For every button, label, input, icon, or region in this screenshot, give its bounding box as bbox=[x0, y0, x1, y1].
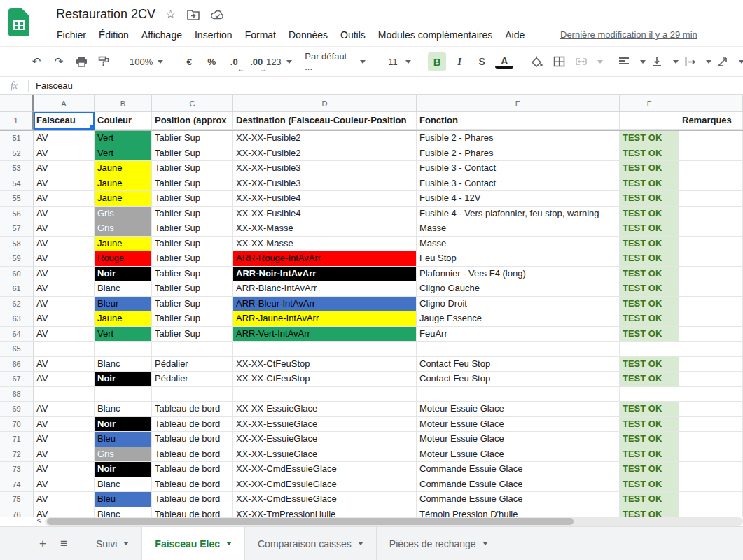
merge-cells-icon[interactable] bbox=[572, 52, 590, 71]
cell[interactable]: AV bbox=[34, 161, 95, 176]
cell[interactable]: Tablier Sup bbox=[152, 221, 233, 237]
redo-icon[interactable]: ↷ bbox=[50, 52, 68, 71]
cell[interactable]: XX-XX-Masse bbox=[233, 237, 417, 252]
cell[interactable]: Tablier Sup bbox=[152, 312, 233, 327]
cell[interactable]: Fusible 4 - Vers plafonnier, feu stop, w… bbox=[417, 206, 620, 222]
cell[interactable]: Vert bbox=[95, 327, 152, 342]
cell[interactable]: Contact Feu Stop bbox=[417, 357, 620, 372]
menu-format[interactable]: Format bbox=[239, 28, 282, 42]
header-cell[interactable]: Remarques bbox=[679, 112, 743, 130]
cell[interactable]: ARR-Bleur-IntAvArr bbox=[233, 297, 417, 312]
cell[interactable]: ARR-Noir-IntAvArr bbox=[233, 267, 417, 282]
star-icon[interactable]: ☆ bbox=[165, 7, 176, 22]
cell[interactable] bbox=[95, 342, 152, 357]
cell[interactable] bbox=[679, 131, 743, 146]
cell[interactable]: Noir bbox=[95, 372, 152, 387]
cell[interactable] bbox=[679, 477, 743, 493]
cell[interactable]: Tablier Sup bbox=[152, 146, 233, 162]
cell[interactable]: TEST OK bbox=[620, 507, 679, 517]
cell[interactable]: AV bbox=[34, 191, 95, 206]
cell[interactable]: XX-XX-Masse bbox=[233, 221, 417, 237]
cell[interactable]: Moteur Essuie Glace bbox=[417, 447, 620, 463]
cell[interactable]: Fusible 2 - Phares bbox=[417, 146, 620, 162]
add-sheet-button[interactable]: + bbox=[32, 527, 53, 560]
cell[interactable]: Tablier Sup bbox=[152, 267, 233, 282]
cell[interactable] bbox=[152, 342, 233, 357]
cell[interactable]: Feu Stop bbox=[417, 251, 620, 267]
chevron-down-icon[interactable] bbox=[706, 60, 711, 64]
cell[interactable]: Jauge Essence bbox=[417, 312, 620, 327]
cell[interactable] bbox=[679, 492, 743, 507]
cell[interactable]: Tablier Sup bbox=[152, 131, 233, 146]
cell[interactable] bbox=[679, 206, 743, 222]
cell[interactable]: Fusible 3 - Contact bbox=[417, 176, 620, 192]
cell[interactable]: XX-XX-Fusible4 bbox=[233, 206, 417, 222]
cell[interactable] bbox=[679, 507, 743, 517]
cell[interactable]: TEST OK bbox=[620, 477, 679, 493]
cell[interactable]: Témoin Pression D'huile bbox=[417, 507, 620, 517]
chevron-down-icon[interactable] bbox=[358, 542, 363, 545]
cell[interactable]: AV bbox=[34, 432, 95, 447]
row-header[interactable]: 65 bbox=[0, 342, 34, 357]
cell[interactable]: AV bbox=[34, 462, 95, 477]
header-cell[interactable] bbox=[620, 112, 679, 130]
cell[interactable]: ARR-Vert-IntAvArr bbox=[233, 327, 417, 342]
menu-données[interactable]: Données bbox=[282, 28, 334, 42]
cell[interactable]: Plafonnier - Vers F4 (long) bbox=[417, 267, 620, 282]
move-to-folder-icon[interactable] bbox=[187, 9, 200, 20]
cell[interactable]: Commande Essuie Glace bbox=[417, 477, 620, 493]
cell[interactable]: Tableau de bord bbox=[152, 462, 233, 477]
row-header[interactable]: 57 bbox=[0, 221, 34, 237]
cell[interactable]: Blanc bbox=[95, 281, 152, 297]
fill-color-icon[interactable] bbox=[527, 52, 546, 71]
cell[interactable]: Cligno Droit bbox=[417, 297, 620, 312]
cell[interactable]: XX-XX-EssuieGlace bbox=[233, 417, 417, 433]
row-header[interactable]: 68 bbox=[0, 387, 34, 402]
cell[interactable]: Vert bbox=[95, 131, 152, 146]
cell[interactable]: XX-XX-EssuieGlace bbox=[233, 432, 417, 447]
cell[interactable]: AV bbox=[34, 327, 95, 342]
menu-édition[interactable]: Édition bbox=[92, 28, 135, 42]
cell[interactable]: TEST OK bbox=[620, 312, 679, 327]
cell[interactable]: Jaune bbox=[95, 161, 152, 176]
cell[interactable]: TEST OK bbox=[620, 161, 679, 176]
cell[interactable]: Tableau de bord bbox=[152, 507, 233, 517]
cell[interactable]: Tablier Sup bbox=[152, 237, 233, 252]
cell[interactable]: Tablier Sup bbox=[152, 161, 233, 176]
cell[interactable] bbox=[679, 251, 743, 267]
cell[interactable]: AV bbox=[34, 417, 95, 433]
cell[interactable]: AV bbox=[34, 402, 95, 417]
cell[interactable]: Fusible 2 - Phares bbox=[417, 131, 620, 146]
cell[interactable]: AV bbox=[34, 447, 95, 463]
column-header-D[interactable]: D bbox=[233, 95, 417, 112]
cell[interactable]: Jaune bbox=[95, 312, 152, 327]
cell[interactable]: TEST OK bbox=[620, 327, 679, 342]
cell[interactable]: TEST OK bbox=[620, 297, 679, 312]
cell[interactable] bbox=[679, 237, 743, 252]
row-header[interactable]: 52 bbox=[0, 146, 34, 162]
cell[interactable]: Moteur Essuie Glace bbox=[417, 432, 620, 447]
row-header[interactable]: 53 bbox=[0, 161, 34, 176]
cell[interactable] bbox=[34, 387, 95, 402]
cell[interactable] bbox=[679, 447, 743, 463]
cell[interactable]: AV bbox=[34, 281, 95, 297]
column-header-F[interactable]: F bbox=[620, 95, 679, 112]
cell[interactable]: TEST OK bbox=[620, 462, 679, 477]
cell[interactable]: Pédalier bbox=[152, 357, 233, 372]
cell[interactable]: Tableau de bord bbox=[152, 417, 233, 433]
selected-cell-A1[interactable]: Faisceau bbox=[34, 112, 95, 130]
cell[interactable]: Commande Essuie Glace bbox=[417, 462, 620, 477]
menu-outils[interactable]: Outils bbox=[334, 28, 372, 42]
vertical-align-icon[interactable] bbox=[648, 52, 666, 71]
print-icon[interactable] bbox=[72, 52, 90, 71]
strikethrough-button[interactable]: S bbox=[473, 52, 491, 71]
cell[interactable]: TEST OK bbox=[620, 221, 679, 237]
sheet-tab-comparaison-caisses[interactable]: Comparaison caisses bbox=[245, 527, 377, 560]
cell[interactable]: Noir bbox=[95, 267, 152, 282]
row-header[interactable]: 54 bbox=[0, 176, 34, 192]
borders-icon[interactable] bbox=[550, 52, 568, 71]
format-percent-button[interactable]: % bbox=[202, 52, 221, 71]
cell[interactable] bbox=[417, 387, 620, 402]
scrollbar-thumb[interactable] bbox=[47, 518, 574, 525]
header-cell[interactable]: Couleur bbox=[95, 112, 152, 130]
